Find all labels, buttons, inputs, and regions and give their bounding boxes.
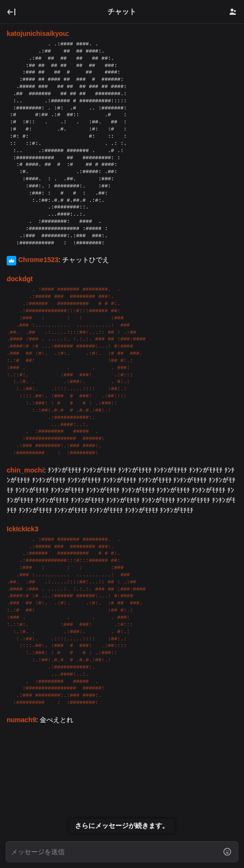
ascii-art: . :#### ####### ########. . .:##### ### … [7,536,237,706]
community-button[interactable] [225,5,239,19]
chat-message-list[interactable]: katojunichisaikyou: . .:#### ####. . .:#… [0,24,244,837]
chat-header: チャット [0,0,244,24]
chat-input-bar [0,836,244,868]
collapse-icon [7,7,17,17]
chat-username[interactable]: Chrome1523 [18,256,58,264]
chat-username[interactable]: katojunichisaikyou [7,30,67,37]
chat-text: 金べえとれ [40,716,73,724]
chat-username[interactable]: numach9 [7,716,36,724]
chat-text: チャットひでえ [62,256,109,264]
smile-icon [222,847,232,857]
chat-message: katojunichisaikyou: . .:#### ####. . .:#… [7,29,237,246]
chat-input[interactable] [11,848,222,856]
chat-message: chin_mochi: ﾁﾝﾁﾝがﾓﾁﾓﾁ ﾁﾝﾁﾝがﾓﾁﾓﾁ ﾁﾝﾁﾝがﾓﾁﾓ… [7,465,237,516]
scroll-to-bottom-toast[interactable]: さらにメッセージが続きます。 [69,819,175,833]
chat-input-wrap [6,841,238,862]
subscriber-badge [7,256,16,265]
chat-username[interactable]: IckIckIck3 [7,525,38,533]
chat-message: IckIckIck3 . :#### ####### ########. . .… [7,524,237,706]
chat-username[interactable]: dockdgt [7,275,33,283]
emote-picker-button[interactable] [222,846,233,857]
chat-message: numach9: 金べえとれ [7,715,237,725]
chat-username[interactable]: chin_mochi [7,466,44,474]
ascii-art: . .:#### ####. . .:## ## ## ####:. .:## … [7,41,237,246]
ascii-art: . :#### ####### ########. . .:##### ### … [7,286,237,456]
community-icon [227,7,237,17]
chat-message: Chrome1523: チャットひでえ [7,255,237,265]
chat-message: dockdgt . :#### ####### ########. . .:##… [7,274,237,456]
collapse-chat-button[interactable] [5,5,19,19]
crown-icon [8,257,15,264]
chat-title: チャット [19,7,225,16]
